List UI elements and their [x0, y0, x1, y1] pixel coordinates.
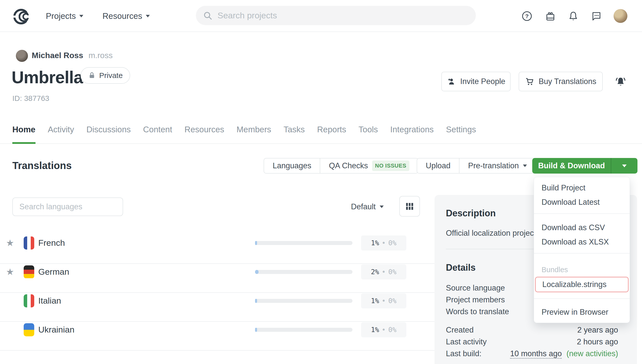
help-icon[interactable]: ? — [522, 11, 532, 21]
privacy-badge-label: Private — [99, 71, 123, 80]
bell-icon[interactable] — [568, 11, 579, 21]
translation-progress-bar — [255, 328, 352, 332]
menu-item-preview-in-browser[interactable]: Preview in Browser — [534, 305, 630, 319]
upload-pretranslation-button-group: Upload Pre-translation — [417, 158, 536, 174]
language-name[interactable]: Ukrainian — [38, 325, 75, 335]
progress-percent-badge: 1% • 0% — [361, 322, 406, 337]
owner-name-link[interactable]: Michael Ross — [32, 51, 83, 60]
pretranslation-label: Pre-translation — [468, 161, 519, 170]
tab-tasks[interactable]: Tasks — [283, 118, 305, 144]
menu-section-bundles: Bundles — [534, 265, 630, 275]
language-name[interactable]: German — [38, 267, 69, 277]
buy-translations-label: Buy Translations — [539, 77, 596, 86]
flag-france-icon — [24, 236, 34, 250]
chevron-down-icon — [523, 165, 527, 167]
qa-checks-button[interactable]: QA Checks NO ISSUES — [320, 158, 418, 173]
owner-username: m.ross — [88, 51, 113, 60]
svg-text:?: ? — [525, 13, 529, 19]
notifications-subscribe-icon[interactable] — [615, 76, 626, 88]
language-name[interactable]: Italian — [38, 296, 61, 306]
global-search-input[interactable] — [218, 11, 444, 20]
chevron-down-icon — [79, 15, 83, 17]
nav-projects[interactable]: Projects — [46, 0, 83, 32]
messages-icon[interactable] — [591, 11, 602, 21]
languages-button[interactable]: Languages — [264, 158, 320, 173]
tab-content[interactable]: Content — [143, 118, 172, 144]
languages-list: ★ French 1% • 0% ★ German 2% • 0% — [0, 235, 435, 351]
grid-view-icon — [404, 201, 415, 212]
detail-label: Source language — [446, 284, 505, 293]
person-add-icon — [447, 77, 456, 86]
view-toggle-button[interactable] — [399, 196, 420, 217]
last-build-link[interactable]: 10 months ago — [510, 349, 562, 359]
qa-status-badge: NO ISSUES — [372, 160, 409, 171]
nav-resources[interactable]: Resources — [102, 0, 150, 32]
invite-people-button[interactable]: Invite People — [441, 72, 511, 91]
progress-percent-badge: 1% • 0% — [361, 235, 406, 251]
progress-percent-badge: 1% • 0% — [361, 293, 406, 308]
detail-label: Created — [446, 326, 474, 335]
build-dropdown-toggle[interactable] — [611, 158, 637, 174]
gift-icon[interactable] — [545, 11, 556, 21]
upload-button-label: Upload — [426, 161, 450, 170]
tab-discussions[interactable]: Discussions — [86, 118, 131, 144]
language-row-german[interactable]: ★ German 2% • 0% — [0, 264, 435, 293]
detail-label: Words to translate — [446, 307, 509, 316]
nav-resources-label: Resources — [102, 11, 142, 21]
buy-translations-button[interactable]: Buy Translations — [519, 72, 603, 91]
menu-item-download-latest[interactable]: Download Latest — [534, 195, 630, 209]
translation-progress-bar — [255, 299, 352, 303]
menu-divider — [534, 298, 630, 299]
menu-item-download-csv[interactable]: Download as CSV — [534, 220, 630, 235]
language-row-italian[interactable]: Italian 1% • 0% — [0, 293, 435, 322]
sort-select-label: Default — [351, 202, 376, 211]
translation-progress-bar — [255, 241, 352, 245]
nav-projects-label: Projects — [46, 11, 76, 21]
app-logo-icon[interactable] — [13, 7, 32, 26]
lock-icon — [88, 72, 96, 79]
detail-label: Last activity — [446, 337, 487, 346]
global-search[interactable] — [196, 6, 476, 25]
project-id: ID: 387763 — [12, 94, 49, 103]
translation-progress-bar — [255, 270, 352, 274]
language-name[interactable]: French — [38, 238, 65, 248]
cart-icon — [525, 77, 534, 86]
language-row-ukrainian[interactable]: Ukrainian 1% • 0% — [0, 322, 435, 351]
page-title: Umbrella — [12, 67, 83, 87]
flag-germany-icon — [24, 265, 34, 278]
tab-members[interactable]: Members — [237, 118, 271, 144]
tab-resources[interactable]: Resources — [185, 118, 224, 144]
build-and-download-button[interactable]: Build & Download — [532, 158, 637, 174]
pretranslation-button[interactable]: Pre-translation — [459, 158, 536, 173]
detail-value: 2 years ago — [577, 326, 618, 335]
progress-percent-badge: 2% • 0% — [361, 264, 406, 279]
new-activities-link[interactable]: (new activities) — [566, 349, 618, 358]
upload-button[interactable]: Upload — [417, 158, 459, 173]
tab-activity[interactable]: Activity — [48, 118, 74, 144]
menu-item-download-xlsx[interactable]: Download as XLSX — [534, 235, 630, 249]
star-icon[interactable]: ★ — [5, 238, 15, 248]
tab-tools[interactable]: Tools — [359, 118, 378, 144]
flag-ukraine-icon — [24, 323, 34, 336]
privacy-badge: Private — [81, 67, 130, 84]
top-navigation-bar: Projects Resources ? — [0, 0, 642, 32]
detail-row-created: Created 2 years ago — [446, 324, 618, 336]
project-owner-line: Michael Ross m.ross — [32, 51, 113, 60]
project-owner-avatar — [16, 50, 28, 62]
tab-integrations[interactable]: Integrations — [390, 118, 434, 144]
search-languages-input[interactable] — [12, 197, 123, 216]
menu-item-localizable-strings[interactable]: Localizable.strings — [535, 277, 629, 292]
detail-label: Last build: — [446, 349, 481, 358]
menu-item-build-project[interactable]: Build Project — [534, 181, 630, 195]
build-download-menu: Build Project Download Latest Download a… — [534, 177, 630, 323]
tab-settings[interactable]: Settings — [446, 118, 476, 144]
flag-italy-icon — [24, 294, 34, 307]
detail-value: 2 hours ago — [577, 337, 618, 346]
tab-reports[interactable]: Reports — [317, 118, 346, 144]
star-icon[interactable]: ★ — [5, 267, 15, 277]
user-avatar[interactable] — [614, 9, 627, 23]
sort-select[interactable]: Default — [351, 199, 384, 214]
tab-home[interactable]: Home — [12, 118, 35, 144]
language-row-french[interactable]: ★ French 1% • 0% — [0, 235, 435, 264]
invite-people-label: Invite People — [460, 77, 505, 86]
